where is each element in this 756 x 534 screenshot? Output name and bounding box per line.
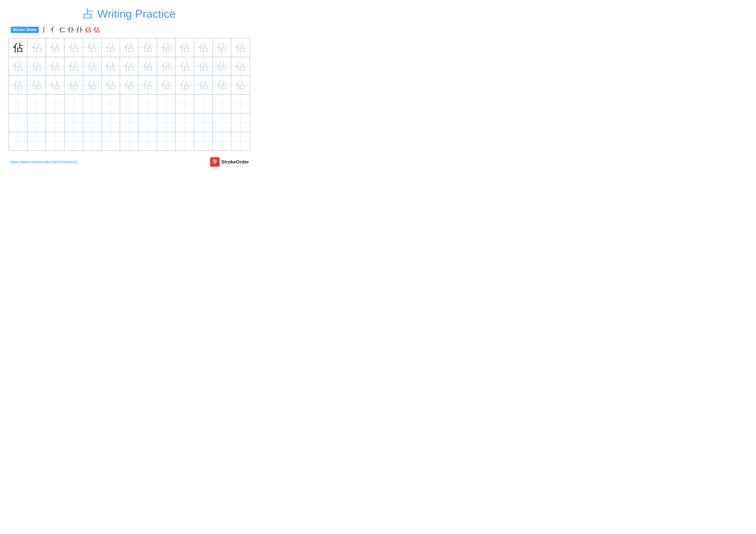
practice-character: 佔 bbox=[217, 61, 227, 71]
grid-cell[interactable] bbox=[194, 132, 213, 151]
grid-cell[interactable] bbox=[101, 94, 120, 113]
grid-cell[interactable] bbox=[120, 113, 139, 132]
grid-cell[interactable]: 佔 bbox=[101, 76, 120, 94]
practice-character: 佔 bbox=[32, 42, 42, 53]
grid-cell[interactable]: 佔 bbox=[27, 76, 46, 94]
grid-cell[interactable] bbox=[213, 94, 231, 113]
grid-cell[interactable] bbox=[9, 113, 27, 132]
practice-character: 佔 bbox=[143, 42, 153, 53]
grid-cell[interactable]: 佔 bbox=[213, 76, 231, 94]
grid-cell[interactable]: 佔 bbox=[9, 57, 27, 76]
grid-cell[interactable]: 佔 bbox=[65, 38, 83, 57]
grid-cell[interactable] bbox=[83, 132, 101, 151]
grid-cell[interactable] bbox=[157, 94, 176, 113]
stroke-seq-3: 仁 bbox=[59, 25, 66, 34]
grid-cell[interactable] bbox=[157, 113, 176, 132]
grid-cell[interactable]: 佔 bbox=[27, 38, 46, 57]
practice-character: 佔 bbox=[161, 80, 172, 90]
grid-cell[interactable]: 佔 bbox=[176, 38, 194, 57]
footer-logo: 字 StrokeOrder bbox=[210, 157, 249, 167]
grid-cell[interactable]: 佔 bbox=[157, 76, 176, 94]
grid-cell[interactable]: 佔 bbox=[157, 38, 176, 57]
stroke-seq-2: 亻 bbox=[50, 25, 57, 34]
grid-cell[interactable]: 佔 bbox=[120, 38, 139, 57]
grid-cell[interactable] bbox=[46, 132, 65, 151]
grid-cell[interactable]: 佔 bbox=[231, 57, 250, 76]
grid-cell[interactable] bbox=[101, 132, 120, 151]
grid-cell[interactable]: 佔 bbox=[231, 76, 250, 94]
grid-cell[interactable] bbox=[27, 94, 46, 113]
grid-cell[interactable]: 佔 bbox=[46, 57, 65, 76]
grid-cell[interactable] bbox=[27, 113, 46, 132]
grid-cell[interactable] bbox=[176, 132, 194, 151]
grid-cell[interactable] bbox=[83, 94, 101, 113]
grid-cell[interactable]: 佔 bbox=[176, 57, 194, 76]
grid-cell[interactable]: 佔 bbox=[231, 38, 250, 57]
grid-cell[interactable] bbox=[46, 94, 65, 113]
practice-character: 佔 bbox=[124, 42, 134, 53]
grid-cell[interactable] bbox=[101, 113, 120, 132]
grid-cell[interactable]: 佔 bbox=[157, 57, 176, 76]
grid-cell[interactable]: 佔 bbox=[46, 38, 65, 57]
practice-character: 佔 bbox=[180, 42, 190, 53]
grid-cell[interactable]: 佔 bbox=[83, 57, 101, 76]
grid-cell[interactable]: 佔 bbox=[213, 38, 231, 57]
grid-cell[interactable]: 佔 bbox=[65, 57, 83, 76]
grid-cell[interactable] bbox=[231, 132, 250, 151]
grid-cell[interactable] bbox=[9, 132, 27, 151]
grid-cell[interactable]: 佔 bbox=[9, 38, 27, 57]
grid-cell[interactable]: 佔 bbox=[101, 57, 120, 76]
grid-cell[interactable] bbox=[231, 94, 250, 113]
grid-cell[interactable] bbox=[231, 113, 250, 132]
grid-cell[interactable] bbox=[213, 113, 231, 132]
grid-cell[interactable]: 佔 bbox=[194, 57, 213, 76]
grid-cell[interactable] bbox=[65, 132, 83, 151]
grid-cell[interactable] bbox=[213, 132, 231, 151]
grid-cell[interactable]: 佔 bbox=[176, 76, 194, 94]
grid-cell[interactable] bbox=[194, 113, 213, 132]
grid-cell[interactable]: 佔 bbox=[83, 76, 101, 94]
practice-character: 佔 bbox=[235, 61, 246, 71]
grid-cell[interactable] bbox=[139, 113, 157, 132]
stroke-seq-4: 仆 bbox=[68, 25, 74, 34]
practice-character: 佔 bbox=[180, 61, 190, 71]
grid-cell[interactable] bbox=[157, 132, 176, 151]
grid-cell[interactable] bbox=[120, 94, 139, 113]
grid-cell[interactable] bbox=[139, 94, 157, 113]
grid-cell[interactable]: 佔 bbox=[213, 57, 231, 76]
grid-cell[interactable]: 佔 bbox=[83, 38, 101, 57]
grid-cell[interactable]: 佔 bbox=[194, 76, 213, 94]
grid-cell[interactable]: 佔 bbox=[9, 76, 27, 94]
practice-character: 佔 bbox=[13, 80, 23, 90]
practice-character: 佔 bbox=[235, 42, 246, 53]
grid-cell[interactable] bbox=[176, 94, 194, 113]
grid-cell[interactable]: 佔 bbox=[139, 38, 157, 57]
grid-row-3: 佔佔佔佔佔佔佔佔佔佔佔佔佔 bbox=[9, 76, 250, 94]
grid-cell[interactable] bbox=[65, 113, 83, 132]
grid-cell[interactable] bbox=[139, 132, 157, 151]
stroke-order-row: Stroke Order 丿 亻 仁 仆 仆 佔 佔 bbox=[9, 25, 250, 34]
grid-cell[interactable]: 佔 bbox=[139, 76, 157, 94]
grid-cell[interactable] bbox=[65, 94, 83, 113]
logo-icon: 字 bbox=[210, 157, 220, 167]
grid-cell[interactable] bbox=[83, 113, 101, 132]
grid-cell[interactable]: 佔 bbox=[120, 57, 139, 76]
grid-cell[interactable]: 佔 bbox=[101, 38, 120, 57]
grid-cell[interactable] bbox=[9, 94, 27, 113]
grid-cell[interactable] bbox=[194, 94, 213, 113]
practice-character: 佔 bbox=[87, 42, 97, 53]
grid-cell[interactable]: 佔 bbox=[65, 76, 83, 94]
practice-character: 佔 bbox=[180, 80, 190, 90]
grid-cell[interactable] bbox=[27, 132, 46, 151]
grid-cell[interactable]: 佔 bbox=[27, 57, 46, 76]
grid-cell[interactable]: 佔 bbox=[46, 76, 65, 94]
grid-cell[interactable]: 佔 bbox=[194, 38, 213, 57]
grid-row-2: 佔佔佔佔佔佔佔佔佔佔佔佔佔 bbox=[9, 57, 250, 76]
practice-character: 佔 bbox=[50, 80, 60, 90]
grid-cell[interactable]: 佔 bbox=[120, 76, 139, 94]
grid-cell[interactable] bbox=[46, 113, 65, 132]
grid-cell[interactable] bbox=[176, 113, 194, 132]
grid-cell[interactable]: 佔 bbox=[139, 57, 157, 76]
grid-cell[interactable] bbox=[120, 132, 139, 151]
practice-character: 佔 bbox=[106, 80, 116, 90]
